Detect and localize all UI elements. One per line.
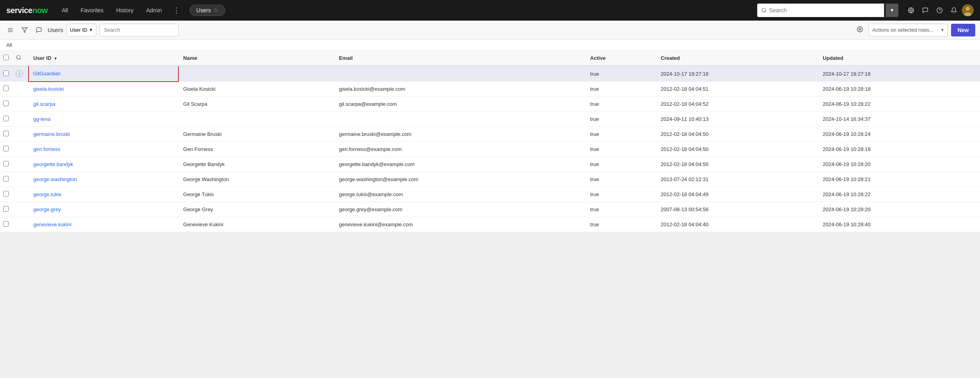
global-search-bar [757,4,884,17]
email-cell: geri.forness@example.com [334,142,586,157]
user-id-cell: gil.scarpa [29,97,178,112]
user-id-link[interactable]: germaine.bruski [33,131,70,137]
email-cell: genevieve.kukini@example.com [334,217,586,232]
table-header: User ID ▼ Name Email Active Created Upda… [0,51,980,66]
table-search-icon[interactable] [16,55,21,60]
list-search-input[interactable] [100,24,179,36]
favorite-star-icon[interactable]: ☆ [213,7,218,13]
row-checkbox[interactable] [3,71,9,76]
message-button[interactable] [33,25,44,36]
row-checkbox[interactable] [3,206,9,212]
field-filter-dropdown[interactable]: User ID ▼ [66,24,96,36]
user-id-link[interactable]: george.washington [33,176,77,182]
created-cell: 2012-02-18 04:04:51 [656,82,818,97]
row-checkbox[interactable] [3,86,9,91]
name-cell: Germaine Bruski [178,127,334,142]
email-cell: george.grey@example.com [334,202,586,217]
row-checkbox[interactable] [3,131,9,136]
row-checkbox[interactable] [3,161,9,166]
active-cell: true [586,97,656,112]
nav-more-icon[interactable]: ⋮ [170,4,183,17]
active-cell: true [586,202,656,217]
user-id-cell: george.grey [29,202,178,217]
chat-button[interactable] [919,4,932,17]
updated-cell: 2024-06-19 10:28:18 [818,142,980,157]
filter-button[interactable] [19,25,30,36]
info-icon[interactable]: i [16,70,23,77]
logo[interactable]: servicenow [6,6,48,15]
updated-cell: 2024-10-14 16:34:37 [818,112,980,127]
table-row: gil.scarpaGil Scarpagil.scarpa@example.c… [0,97,980,112]
active-cell: true [586,217,656,232]
svg-line-1 [765,11,766,13]
user-id-link[interactable]: GitGuardian [33,71,61,76]
created-cell: 2012-02-18 04:04:50 [656,157,818,172]
row-checkbox-cell [0,172,14,187]
row-checkbox-cell [0,127,14,142]
notification-button[interactable] [947,4,960,17]
select-all-header [0,51,14,66]
globe-icon [908,7,914,13]
name-cell: Gil Scarpa [178,97,334,112]
user-id-link[interactable]: gisela.kosicki [33,86,64,92]
users-pill[interactable]: Users ☆ [189,5,225,16]
row-info-cell: i [14,66,29,82]
user-id-link[interactable]: genevieve.kukini [33,221,71,227]
user-id-link[interactable]: george.grey [33,206,61,212]
user-id-link[interactable]: george.tukis [33,191,61,197]
table-row: geri.fornessGeri Fornessgeri.forness@exa… [0,142,980,157]
row-checkbox[interactable] [3,191,9,197]
created-cell: 2013-07-24 02:12:31 [656,172,818,187]
name-cell [178,66,334,82]
user-id-cell: geri.forness [29,142,178,157]
avatar-image [962,4,974,16]
user-id-link[interactable]: geri.forness [33,146,60,152]
users-table-container: User ID ▼ Name Email Active Created Upda… [0,51,980,232]
user-id-sort-icon: ▼ [54,56,57,61]
updated-cell: 2024-06-19 10:28:24 [818,127,980,142]
row-checkbox[interactable] [3,146,9,151]
name-col-header: Name [178,51,334,66]
settings-button[interactable] [854,24,865,36]
nav-history[interactable]: History [111,5,138,16]
globe-button[interactable] [905,4,917,17]
updated-cell: 2024-06-19 10:28:40 [818,217,980,232]
breadcrumb-all[interactable]: All [6,42,12,48]
row-info-cell [14,97,29,112]
row-info-cell [14,157,29,172]
user-id-cell: gisela.kosicki [29,82,178,97]
users-table: User ID ▼ Name Email Active Created Upda… [0,51,980,232]
nav-admin[interactable]: Admin [142,5,167,16]
avatar[interactable] [962,4,974,16]
global-search-input[interactable] [769,7,880,13]
row-info-cell [14,187,29,202]
nav-favorites[interactable]: Favorites [76,5,109,16]
user-id-col-header[interactable]: User ID ▼ [29,51,178,66]
name-cell: Geri Forness [178,142,334,157]
actions-dropdown[interactable]: Actions on selected rows... ▼ [869,24,948,36]
table-row: germaine.bruskiGermaine Bruskigermaine.b… [0,127,980,142]
row-checkbox[interactable] [3,101,9,106]
nav-all[interactable]: All [57,5,73,16]
row-checkbox[interactable] [3,176,9,181]
user-id-cell: gg-lena [29,112,178,127]
row-checkbox-cell [0,142,14,157]
message-icon [36,27,42,33]
active-cell: true [586,112,656,127]
breadcrumb-row: All [0,40,980,51]
gear-icon [857,26,863,32]
search-dropdown-button[interactable]: ▼ [886,4,898,17]
user-id-link[interactable]: gg-lena [33,116,50,122]
row-checkbox[interactable] [3,116,9,121]
select-all-checkbox[interactable] [3,55,9,60]
new-button[interactable]: New [951,24,975,36]
created-cell: 2012-02-18 04:04:40 [656,217,818,232]
updated-cell: 2024-06-19 10:28:21 [818,172,980,187]
user-id-link[interactable]: gil.scarpa [33,101,56,107]
sidebar-toggle-button[interactable] [5,25,16,36]
row-checkbox[interactable] [3,221,9,227]
help-button[interactable] [933,4,946,17]
help-icon [936,7,943,13]
user-id-cell: george.tukis [29,187,178,202]
user-id-link[interactable]: georgette.bandyk [33,161,73,167]
